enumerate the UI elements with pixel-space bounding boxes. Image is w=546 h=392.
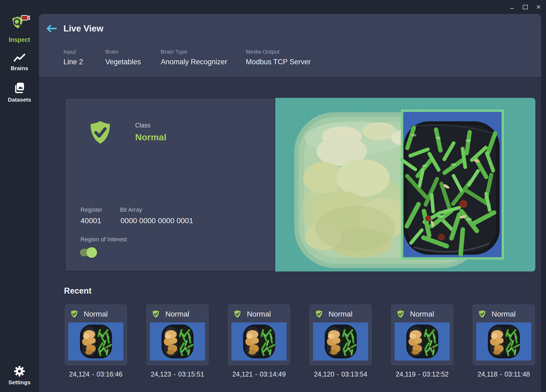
meal-tray-image xyxy=(476,322,531,361)
sidebar-item-datasets[interactable]: Datasets xyxy=(0,82,39,103)
recent-card[interactable]: Normal xyxy=(310,305,372,365)
frame-time: 03:14:49 xyxy=(260,370,286,378)
shield-check-icon xyxy=(478,309,487,319)
recent-thumbnail[interactable] xyxy=(231,322,287,361)
close-button[interactable]: × xyxy=(535,4,542,10)
field-label: Input xyxy=(63,49,83,55)
sidebar-item-label: Datasets xyxy=(0,97,39,103)
meal-tray-image xyxy=(395,322,450,361)
maximize-icon xyxy=(523,5,528,9)
region-of-interest-toggle[interactable] xyxy=(80,247,98,258)
recent-item: Normal 24,121-03:14:49 xyxy=(228,305,290,378)
toggle-knob xyxy=(86,247,97,258)
header-field-media-output: Media Output Modbus TCP Server xyxy=(246,49,311,66)
meal-tray-image xyxy=(150,322,205,361)
region-of-interest-label: Region of Interest xyxy=(81,236,127,243)
back-button[interactable] xyxy=(46,24,58,36)
meal-tray-image xyxy=(68,322,123,361)
shield-check-icon xyxy=(87,119,114,146)
header-field-input: Input Line 2 xyxy=(63,49,83,66)
frame-id: 24,121 xyxy=(232,370,252,378)
roi-art xyxy=(399,111,503,258)
minimize-button[interactable] xyxy=(509,4,515,10)
shield-check-icon xyxy=(233,309,242,319)
datasets-photos-icon xyxy=(14,82,25,94)
caption-separator: - xyxy=(500,370,502,378)
recent-card[interactable]: Normal xyxy=(391,305,453,365)
sidebar-item-label: Inspect xyxy=(0,36,39,43)
recent-thumbnail[interactable] xyxy=(476,322,531,361)
recent-card[interactable]: Normal xyxy=(228,305,290,365)
recent-class-label: Normal xyxy=(410,310,434,318)
caption-separator: - xyxy=(174,370,176,378)
meal-tray-image xyxy=(231,322,287,361)
minimize-icon xyxy=(510,8,514,9)
frame-id: 24,123 xyxy=(151,370,171,378)
bit-array-label: Bit Array xyxy=(120,206,142,213)
field-value: Anomaly Recognizer xyxy=(161,58,227,66)
recent-item: Normal 24,124-03:16:46 xyxy=(65,305,127,378)
recent-caption: 24,118-03:11:48 xyxy=(473,370,535,378)
recent-caption: 24,123-03:15:51 xyxy=(146,370,208,378)
frame-time: 03:13:54 xyxy=(341,370,367,378)
live-view-header: Live View Input Line 2 Brain Vegetables … xyxy=(39,14,541,78)
recent-item: Normal 24,120-03:13:54 xyxy=(310,305,372,378)
field-value: Modbus TCP Server xyxy=(246,58,311,66)
field-label: Brain Type xyxy=(161,49,227,55)
page-title: Live View xyxy=(63,23,103,34)
sidebar-item-label: Settings xyxy=(0,379,39,386)
recent-heading: Recent xyxy=(64,286,91,296)
recent-caption: 24,119-03:12:52 xyxy=(391,370,453,378)
recent-class-label: Normal xyxy=(492,310,516,318)
recent-class-label: Normal xyxy=(165,310,189,318)
live-camera-view xyxy=(275,98,535,271)
recent-class-label: Normal xyxy=(328,310,352,318)
back-arrow-icon xyxy=(46,24,57,33)
field-label: Media Output xyxy=(246,49,311,55)
shield-check-icon xyxy=(315,309,323,319)
class-value: Normal xyxy=(135,132,166,142)
bit-array-value: 0000 0000 0000 0001 xyxy=(121,217,193,225)
frame-time: 03:16:46 xyxy=(97,370,122,378)
sidebar-item-settings[interactable]: Settings xyxy=(0,366,39,386)
frame-id: 24,124 xyxy=(69,370,89,378)
recent-card[interactable]: Normal xyxy=(65,305,127,365)
recent-thumbnail[interactable] xyxy=(313,322,368,361)
caption-separator: - xyxy=(337,370,339,378)
shield-check-icon xyxy=(70,309,79,319)
recent-card[interactable]: Normal xyxy=(473,305,535,365)
trend-line-icon xyxy=(13,53,26,62)
recent-item: Normal 24,118-03:11:48 xyxy=(473,305,535,378)
recent-thumbnail[interactable] xyxy=(395,322,450,361)
field-value: Vegetables xyxy=(105,58,141,66)
frame-id: 24,119 xyxy=(396,370,416,378)
frame-id: 24,120 xyxy=(314,370,334,378)
close-icon: × xyxy=(536,4,541,10)
inspect-logo-icon xyxy=(9,15,30,34)
header-field-brain-type: Brain Type Anomaly Recognizer xyxy=(161,49,227,66)
sidebar-item-brains[interactable]: Brains xyxy=(0,53,39,71)
maximize-button[interactable] xyxy=(522,4,528,10)
sidebar: Inspect Brains Datasets xyxy=(0,0,39,392)
sidebar-item-label: Brains xyxy=(0,65,39,71)
recent-thumbnail[interactable] xyxy=(68,322,123,361)
recent-thumbnail[interactable] xyxy=(150,322,205,361)
recent-card[interactable]: Normal xyxy=(146,305,208,365)
register-label: Register xyxy=(81,206,102,213)
main-panel: Live View Input Line 2 Brain Vegetables … xyxy=(39,14,541,392)
frame-time: 03:12:52 xyxy=(423,370,448,378)
live-frame-image xyxy=(275,98,535,271)
field-value: Line 2 xyxy=(63,58,83,66)
register-value: 40001 xyxy=(81,217,101,225)
caption-separator: - xyxy=(418,370,420,378)
frame-id: 24,118 xyxy=(477,370,497,378)
recent-caption: 24,120-03:13:54 xyxy=(310,370,372,378)
app-window: × Inspect Brains xyxy=(0,0,546,392)
recent-class-label: Normal xyxy=(84,310,108,318)
frame-time: 03:15:51 xyxy=(178,370,204,378)
recent-row: Normal 24,124-03:16:46 Normal xyxy=(65,305,535,378)
meal-tray-image xyxy=(313,322,368,361)
recent-caption: 24,121-03:14:49 xyxy=(228,370,290,378)
shield-check-icon xyxy=(151,309,160,319)
sidebar-item-inspect[interactable]: Inspect xyxy=(0,15,39,43)
